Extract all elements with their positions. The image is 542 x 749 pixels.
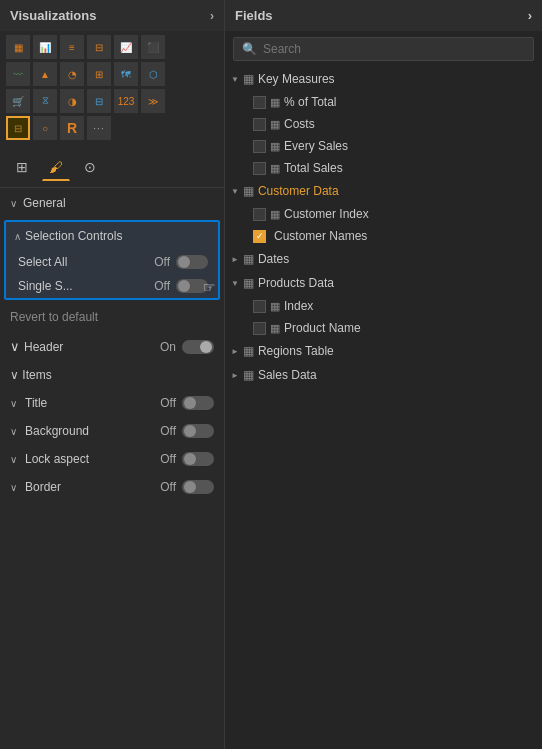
field-every-sales[interactable]: ▦ Every Sales [225, 135, 542, 157]
general-label: General [23, 196, 214, 210]
title-section[interactable]: ∨ Title Off [0, 389, 224, 417]
field-every-sales-bar-icon: ▦ [270, 140, 280, 153]
format-icon-tab[interactable]: ⊞ [8, 153, 36, 181]
viz-icon-stacked2[interactable]: ⊟ [87, 35, 111, 59]
visualizations-chevron[interactable]: › [210, 9, 214, 23]
viz-icon-scatter[interactable]: ▲ [33, 62, 57, 86]
field-product-name-checkbox[interactable] [253, 322, 266, 335]
title-toggle[interactable] [182, 396, 214, 410]
lock-aspect-section[interactable]: ∨ Lock aspect Off [0, 445, 224, 473]
regions-table-grid-icon: ▦ [243, 344, 254, 358]
search-input[interactable] [263, 42, 525, 56]
field-customer-names-checkbox[interactable]: ✓ [253, 230, 266, 243]
field-customer-index-bar-icon: ▦ [270, 208, 280, 221]
viz-icon-donut[interactable]: ○ [33, 116, 57, 140]
products-data-header[interactable]: ▼ ▦ Products Data [225, 271, 542, 295]
revert-row: Revert to default [0, 302, 224, 332]
products-data-group: ▼ ▦ Products Data ▦ Index ▦ Product Name [225, 271, 542, 339]
background-toggle[interactable] [182, 424, 214, 438]
field-index-checkbox[interactable] [253, 300, 266, 313]
customer-data-header[interactable]: ▼ ▦ Customer Data [225, 179, 542, 203]
field-customer-names[interactable]: ✓ Customer Names [225, 225, 542, 247]
field-customer-index[interactable]: ▦ Customer Index [225, 203, 542, 225]
viz-icon-bar[interactable]: ▦ [6, 35, 30, 59]
viz-icon-pie[interactable]: ◔ [60, 62, 84, 86]
visualizations-header: Visualizations › [0, 0, 224, 31]
viz-icon-column[interactable]: 📊 [33, 35, 57, 59]
lock-aspect-toggle[interactable] [182, 452, 214, 466]
viz-icon-card[interactable]: 🛒 [6, 89, 30, 113]
field-costs-checkbox[interactable] [253, 118, 266, 131]
general-section[interactable]: ∨ General [0, 188, 224, 218]
viz-icon-line[interactable]: 📈 [114, 35, 138, 59]
viz-icon-table[interactable]: ⊟ [87, 89, 111, 113]
analytics-icon-tab[interactable]: ⊙ [76, 153, 104, 181]
lock-aspect-caret: ∨ [10, 454, 17, 465]
field-total-sales[interactable]: ▦ Total Sales [225, 157, 542, 179]
general-caret: ∨ [10, 198, 17, 209]
field-pct-total-checkbox[interactable] [253, 96, 266, 109]
field-product-name-bar-icon: ▦ [270, 322, 280, 335]
viz-icon-treemap[interactable]: ⊞ [87, 62, 111, 86]
field-total-sales-checkbox[interactable] [253, 162, 266, 175]
field-costs[interactable]: ▦ Costs [225, 113, 542, 135]
single-select-label: Single S... [18, 279, 154, 293]
dates-group: ► ▦ Dates [225, 247, 542, 271]
selection-controls-header[interactable]: ∧ Selection Controls [6, 222, 218, 250]
selection-controls-title: Selection Controls [25, 229, 122, 243]
dates-tri: ► [231, 255, 239, 264]
header-knob [200, 341, 212, 353]
header-section[interactable]: ∨ Header On [0, 332, 224, 361]
border-label: Border [25, 480, 160, 494]
viz-icon-more2[interactable]: ≫ [141, 89, 165, 113]
items-section[interactable]: ∨ Items [0, 361, 224, 389]
viz-icon-ribbon[interactable]: 〰 [6, 62, 30, 86]
regions-table-tri: ► [231, 347, 239, 356]
field-customer-names-name: Customer Names [274, 229, 367, 243]
field-pct-total[interactable]: ▦ % of Total [225, 91, 542, 113]
viz-icon-r[interactable]: R [60, 116, 84, 140]
lock-aspect-label: Lock aspect [25, 452, 160, 466]
viz-icon-filter[interactable]: ⧖ [33, 89, 57, 113]
single-select-toggle[interactable] [176, 279, 208, 293]
viz-icon-funnel[interactable]: ⬡ [141, 62, 165, 86]
viz-icon-map[interactable]: 🗺 [114, 62, 138, 86]
title-status: Off [160, 396, 176, 410]
background-caret: ∨ [10, 426, 17, 437]
field-every-sales-checkbox[interactable] [253, 140, 266, 153]
field-costs-bar-icon: ▦ [270, 118, 280, 131]
search-bar[interactable]: 🔍 [233, 37, 534, 61]
sales-data-grid-icon: ▦ [243, 368, 254, 382]
viz-icon-ellipsis[interactable]: ··· [87, 116, 111, 140]
revert-label: Revert to default [10, 310, 98, 324]
header-caret: ∨ [10, 339, 20, 354]
dates-header[interactable]: ► ▦ Dates [225, 247, 542, 271]
viz-icon-area[interactable]: ⬛ [141, 35, 165, 59]
customer-data-group: ▼ ▦ Customer Data ▦ Customer Index ✓ Cus… [225, 179, 542, 247]
customer-data-name: Customer Data [258, 184, 339, 198]
border-section[interactable]: ∨ Border Off [0, 473, 224, 501]
viz-icon-gauge[interactable]: ◑ [60, 89, 84, 113]
field-index[interactable]: ▦ Index [225, 295, 542, 317]
header-toggle[interactable] [182, 340, 214, 354]
select-all-toggle[interactable] [176, 255, 208, 269]
field-product-name[interactable]: ▦ Product Name [225, 317, 542, 339]
viz-row-3: 🛒 ⧖ ◑ ⊟ 123 ≫ [6, 89, 218, 113]
fields-tree: ▼ ▦ Key Measures ▦ % of Total ▦ Costs ▦ … [225, 67, 542, 749]
visualizations-title: Visualizations [10, 8, 96, 23]
brush-icon-tab[interactable]: 🖌 [42, 153, 70, 181]
field-customer-index-checkbox[interactable] [253, 208, 266, 221]
fields-chevron[interactable]: › [528, 8, 532, 23]
viz-icon-slicer[interactable]: ⊟ [6, 116, 30, 140]
regions-table-header[interactable]: ► ▦ Regions Table [225, 339, 542, 363]
customer-data-grid-icon: ▦ [243, 184, 254, 198]
key-measures-header[interactable]: ▼ ▦ Key Measures [225, 67, 542, 91]
title-caret: ∨ [10, 398, 17, 409]
background-label: Background [25, 424, 160, 438]
viz-icon-123[interactable]: 123 [114, 89, 138, 113]
sales-data-header[interactable]: ► ▦ Sales Data [225, 363, 542, 387]
viz-icon-stacked[interactable]: ≡ [60, 35, 84, 59]
background-section[interactable]: ∨ Background Off [0, 417, 224, 445]
fields-title: Fields [235, 8, 273, 23]
border-toggle[interactable] [182, 480, 214, 494]
